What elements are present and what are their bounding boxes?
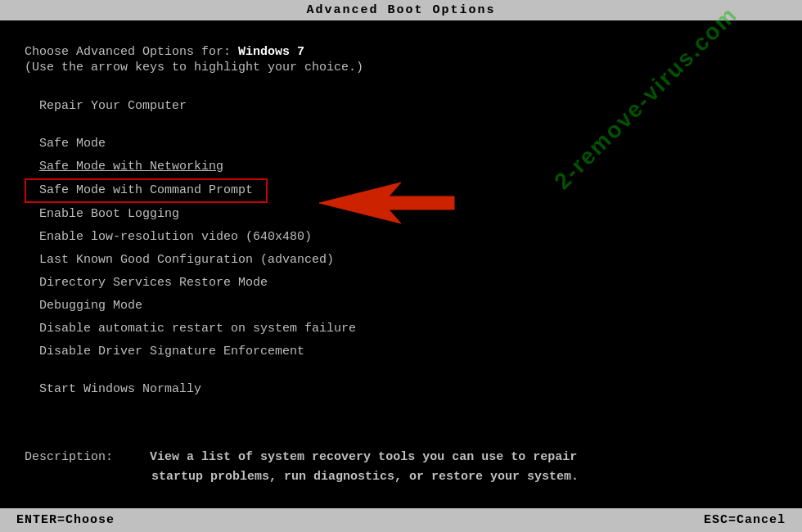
description-text2: startup problems, run diagnostics, or re… (151, 470, 579, 484)
menu-section: Repair Your Computer Safe Mode Safe Mode… (25, 95, 777, 401)
intro-prefix: Choose Advanced Options for: (25, 45, 238, 59)
bottom-bar: ENTER=Choose ESC=Cancel (0, 508, 802, 532)
intro-highlight: Windows 7 (238, 45, 304, 59)
description-text1: View a list of system recovery tools you… (150, 450, 577, 464)
menu-item-enable-boot-logging[interactable]: Enable Boot Logging (25, 203, 777, 226)
menu-item-disable-driver[interactable]: Disable Driver Signature Enforcement (25, 340, 777, 363)
description-label: Description: (25, 450, 113, 464)
menu-item-debugging-mode[interactable]: Debugging Mode (25, 295, 777, 318)
menu-item-safe-mode-cmd[interactable]: Safe Mode with Command Prompt (25, 178, 268, 203)
menu-item-start-normally[interactable]: Start Windows Normally (25, 378, 777, 401)
menu-item-disable-restart[interactable]: Disable automatic restart on system fail… (25, 318, 777, 340)
menu-item-directory-services[interactable]: Directory Services Restore Mode (25, 272, 777, 295)
description-line1: Description: View a list of system recov… (25, 448, 777, 467)
menu-item-last-known-good[interactable]: Last Known Good Configuration (advanced) (25, 249, 777, 272)
menu-item-safe-mode-networking[interactable]: Safe Mode with Networking (25, 156, 777, 178)
description-section: Description: View a list of system recov… (25, 448, 777, 487)
menu-item-enable-low-res[interactable]: Enable low-resolution video (640x480) (25, 226, 777, 249)
menu-item-repair[interactable]: Repair Your Computer (25, 95, 777, 118)
main-content: Choose Advanced Options for: Windows 7 (… (0, 20, 802, 409)
bottom-bar-left: ENTER=Choose (16, 513, 115, 527)
intro-line2: (Use the arrow keys to highlight your ch… (25, 61, 777, 74)
title-bar: Advanced Boot Options (0, 0, 802, 20)
intro-line1: Choose Advanced Options for: Windows 7 (25, 45, 777, 59)
description-line2: startup problems, run diagnostics, or re… (25, 467, 777, 487)
safe-mode-networking-label: Safe Mode with Networking (39, 160, 223, 174)
bottom-bar-right: ESC=Cancel (704, 513, 786, 527)
menu-item-safe-mode[interactable]: Safe Mode (25, 133, 777, 156)
